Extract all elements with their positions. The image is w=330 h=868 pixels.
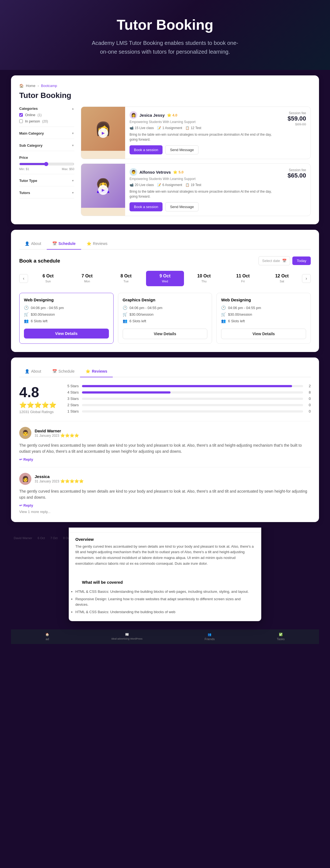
play-button-1[interactable]: ▶	[98, 128, 108, 138]
bar-fill-4	[82, 391, 170, 394]
session-fee-card-2: 🛒 $30.00/session	[221, 312, 306, 316]
rating-number: 4.8	[19, 384, 56, 400]
reply-btn-0[interactable]: ↩ Reply	[19, 457, 311, 462]
cal-day-3[interactable]: 9 Oct Wed	[146, 271, 184, 286]
stars-1: ⭐	[167, 113, 171, 117]
tab-about-reviews[interactable]: 👤 About	[19, 366, 47, 377]
rating-bars: 5 Stars 2 4 Stars 8 3 Stars 0 2 Stars 0 …	[67, 384, 311, 415]
live-class-2: 📹20 Live class	[130, 183, 154, 187]
tutor-desc-1: Bring to the table win-win survival stra…	[130, 132, 279, 142]
price-slider[interactable]	[19, 162, 74, 166]
reviews-icon-r: ⭐	[86, 369, 90, 373]
calendar-icon: 📅	[282, 259, 287, 263]
schedule-tab-icon: 📅	[52, 241, 57, 246]
reply-btn-1[interactable]: ↩ Reply	[19, 503, 311, 507]
book-session-btn-1[interactable]: Book a session	[130, 145, 163, 154]
bar-label-4: 4 Stars	[67, 390, 79, 394]
reply-icon-0: ↩	[19, 457, 22, 462]
reviewer-avatar-0: 👨	[19, 427, 31, 439]
tab-about-schedule[interactable]: 👤 About	[19, 238, 47, 250]
categories-label[interactable]: Categories ▲	[19, 106, 74, 111]
test-1: 📋12 Test	[185, 126, 201, 130]
about-tab-icon: 👤	[25, 241, 29, 246]
hero-title: Tutor Booking	[11, 17, 319, 33]
send-message-btn-1[interactable]: Send Message	[165, 145, 199, 154]
reviewer-header-0: 👨 David Warner 31 January 2023 ⭐⭐⭐⭐	[19, 427, 311, 439]
bottom-nav-home[interactable]: 🏠 ad	[45, 633, 49, 641]
fee-price-1: $59.00	[288, 115, 306, 122]
assignment-1: 📝1 Assignment	[157, 126, 182, 130]
breadcrumb-home[interactable]: Home	[26, 84, 35, 88]
overview-text: The gently curved lines accentuated by s…	[75, 544, 255, 567]
schedule-icon-r: 📅	[52, 369, 57, 373]
chevron-down-icon-3: ▼	[71, 179, 74, 182]
tutor-image-1: 👩 ▶	[81, 107, 125, 159]
online-checkbox[interactable]	[19, 113, 23, 117]
covered-list: HTML & CSS Basics: Understanding the bui…	[69, 589, 261, 621]
schedule-header: Book a schedule Select date 📅 Today	[19, 256, 311, 265]
reviews-tab-icon: ⭐	[87, 241, 91, 246]
test-2: 📋19 Test	[185, 183, 201, 187]
tab-reviews-active[interactable]: ⭐ Reviews	[80, 366, 113, 377]
rating-num-1: 4.0	[172, 113, 177, 117]
reviewer-name-0: David Warner	[35, 429, 79, 433]
bottom-nav-friends[interactable]: 👥 Friends	[205, 633, 215, 641]
session-name-2: Web Designing	[221, 298, 306, 302]
bar-count-3: 0	[306, 397, 311, 401]
tutor-header-1: 👩 Jesica Jessy ⭐ 4.0	[130, 111, 279, 119]
in-person-checkbox[interactable]	[19, 119, 23, 123]
live-class-1: 📹15 Live class	[130, 126, 154, 130]
tutor-list: 👩 ▶ 👩 Jesica Jessy ⭐ 4.0 Empowering Stud…	[81, 106, 311, 216]
send-message-btn-2[interactable]: Send Message	[165, 202, 199, 211]
cal-next-btn[interactable]: ›	[302, 274, 311, 283]
tab-reviews-schedule[interactable]: ⭐ Reviews	[81, 238, 113, 250]
view-details-btn-0[interactable]: View Details	[24, 329, 109, 339]
online-label: Online	[25, 113, 35, 117]
chevron-down-icon-2: ▼	[71, 144, 74, 147]
booking-layout: Categories ▲ Online (1) In person (20) M…	[19, 106, 311, 216]
tutor-info-1: 👩 Jesica Jessy ⭐ 4.0 Empowering Students…	[125, 107, 283, 159]
cal-day-6[interactable]: 12 Oct Sat	[263, 271, 301, 286]
today-button[interactable]: Today	[292, 256, 311, 265]
bottom-nav-news[interactable]: 📰 ideal-advertising-WordPress	[111, 633, 142, 641]
reviews-card: 👤 About 📅 Schedule ⭐ Reviews 4.8 ⭐⭐⭐⭐⭐ 1…	[11, 358, 319, 522]
reviewer-stars-0: ⭐⭐⭐⭐	[60, 433, 79, 438]
tutor-image-2: 👩‍🦱 ▶	[81, 164, 125, 216]
tab-schedule[interactable]: 📅 Schedule	[47, 238, 81, 250]
view-details-btn-2[interactable]: View Details	[221, 329, 306, 339]
session-card-1: Graphics Design 🕐 04:06 pm - 04:55 pm 🛒 …	[118, 293, 212, 344]
fee-label-1: Session fee	[288, 111, 306, 115]
assign-icon-2: 📝	[157, 183, 161, 187]
tutors-label[interactable]: Tutors ▼	[19, 191, 74, 195]
bar-label-2: 2 Stars	[67, 403, 79, 407]
book-session-btn-2[interactable]: Book a session	[130, 202, 163, 211]
main-category-label[interactable]: Main Category ▼	[19, 131, 74, 135]
breadcrumb-current: Bootcamp	[41, 84, 57, 88]
live-icon-1: 📹	[130, 126, 134, 130]
cal-day-1[interactable]: 7 Oct Mon	[68, 271, 106, 286]
cal-prev-btn[interactable]: ‹	[19, 274, 28, 283]
sub-category-label[interactable]: Sub Category ▼	[19, 144, 74, 148]
covered-item-2: HTML & CSS Basics: Understanding the bui…	[75, 609, 255, 615]
view-details-btn-1[interactable]: View Details	[123, 329, 208, 339]
tab-schedule-reviews[interactable]: 📅 Schedule	[47, 366, 80, 377]
bar-row-1: 1 Stars 0	[67, 409, 311, 413]
cal-day-5[interactable]: 11 Oct Fri	[224, 271, 262, 286]
bottom-nav-tasks[interactable]: ✅ Tasks	[277, 633, 285, 641]
friends-nav-label: Friends	[205, 638, 215, 641]
review-item-0: 👨 David Warner 31 January 2023 ⭐⭐⭐⭐ The …	[19, 421, 311, 462]
cal-day-0[interactable]: 6 Oct Sun	[29, 271, 67, 286]
overall-stars: ⭐⭐⭐⭐⭐	[19, 402, 56, 409]
view-more-link[interactable]: View 1 more reply...	[19, 510, 311, 514]
play-button-2[interactable]: ▶	[98, 185, 108, 195]
tutor-name-2: Alfonso Vetrovs	[139, 170, 171, 175]
in-person-label: In person	[25, 119, 40, 123]
price-min: Min: $1	[19, 167, 29, 170]
cal-day-4[interactable]: 10 Oct Thu	[185, 271, 223, 286]
date-input[interactable]: Select date 📅	[259, 256, 290, 265]
bg-name: David Warner	[14, 536, 32, 540]
home-nav-icon: 🏠	[45, 633, 49, 636]
tutor-type-label[interactable]: Tutor Type ▼	[19, 179, 74, 183]
cal-day-2[interactable]: 8 Oct Tue	[107, 271, 145, 286]
fee-original-1: $89.00	[288, 122, 306, 126]
